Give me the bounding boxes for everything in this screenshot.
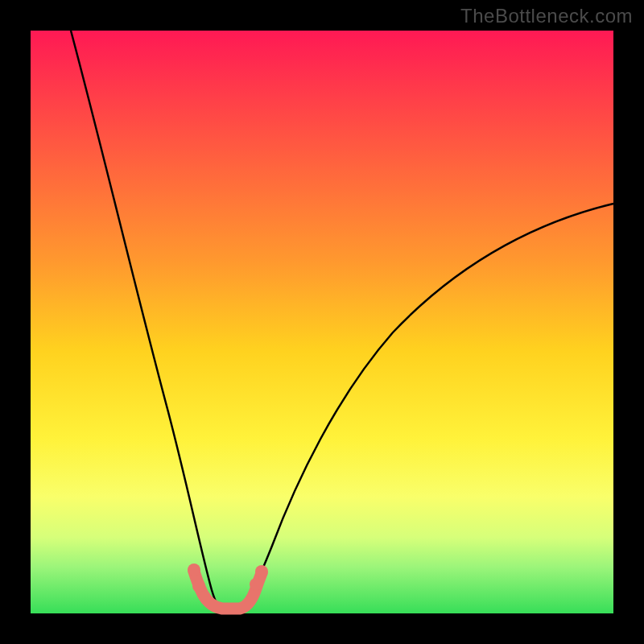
curve-right [238,204,613,612]
band-dot [255,565,268,578]
bottleneck-plot [31,31,613,613]
salmon-band [194,572,262,609]
curve-layer [31,31,613,613]
band-dot [250,578,262,591]
band-dot [188,564,200,576]
curve-left [71,31,224,612]
frame: TheBottleneck.com [0,0,644,644]
band-dot [192,580,205,592]
watermark-text: TheBottleneck.com [460,5,633,27]
